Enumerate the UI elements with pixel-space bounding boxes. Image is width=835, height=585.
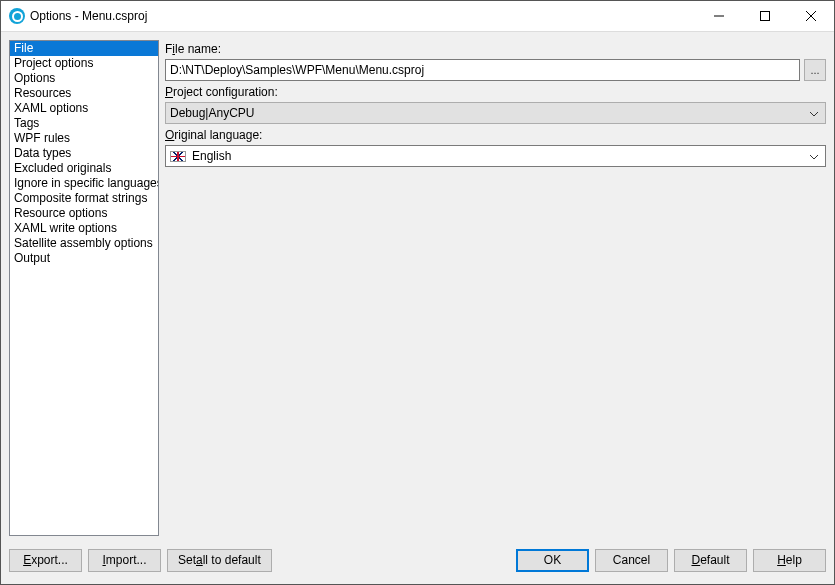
- original-language-label: Original language:: [165, 128, 826, 142]
- content-area: FileProject optionsOptionsResourcesXAML …: [1, 32, 834, 544]
- settings-panel: File name: ... Project configuration: De…: [165, 40, 826, 536]
- sidebar-item-ignore-in-specific-languages[interactable]: Ignore in specific languages: [10, 176, 158, 191]
- project-config-value: Debug|AnyCPU: [170, 106, 807, 120]
- sidebar-item-excluded-originals[interactable]: Excluded originals: [10, 161, 158, 176]
- file-name-input[interactable]: [165, 59, 800, 81]
- chevron-down-icon: [807, 106, 821, 120]
- sidebar-item-resources[interactable]: Resources: [10, 86, 158, 101]
- category-sidebar[interactable]: FileProject optionsOptionsResourcesXAML …: [9, 40, 159, 536]
- help-button[interactable]: Help: [753, 549, 826, 572]
- minimize-button[interactable]: [696, 1, 742, 31]
- sidebar-item-output[interactable]: Output: [10, 251, 158, 266]
- window-title: Options - Menu.csproj: [30, 9, 147, 23]
- export-button[interactable]: Export...: [9, 549, 82, 572]
- import-button[interactable]: Import...: [88, 549, 161, 572]
- uk-flag-icon: [170, 151, 186, 162]
- sidebar-item-xaml-write-options[interactable]: XAML write options: [10, 221, 158, 236]
- sidebar-item-xaml-options[interactable]: XAML options: [10, 101, 158, 116]
- sidebar-item-options[interactable]: Options: [10, 71, 158, 86]
- chevron-down-icon: [807, 149, 821, 163]
- sidebar-item-data-types[interactable]: Data types: [10, 146, 158, 161]
- sidebar-item-tags[interactable]: Tags: [10, 116, 158, 131]
- cancel-button[interactable]: Cancel: [595, 549, 668, 572]
- maximize-button[interactable]: [742, 1, 788, 31]
- sidebar-item-wpf-rules[interactable]: WPF rules: [10, 131, 158, 146]
- browse-button[interactable]: ...: [804, 59, 826, 81]
- set-all-default-button[interactable]: Set all to default: [167, 549, 272, 572]
- sidebar-item-resource-options[interactable]: Resource options: [10, 206, 158, 221]
- project-config-label: Project configuration:: [165, 85, 826, 99]
- sidebar-item-project-options[interactable]: Project options: [10, 56, 158, 71]
- svg-rect-1: [761, 12, 770, 21]
- original-language-value: English: [192, 149, 807, 163]
- original-language-combo[interactable]: English: [165, 145, 826, 167]
- file-name-label: File name:: [165, 42, 826, 56]
- button-bar: Export... Import... Set all to default O…: [1, 544, 834, 584]
- app-icon: [9, 8, 25, 24]
- sidebar-item-satellite-assembly-options[interactable]: Satellite assembly options: [10, 236, 158, 251]
- project-config-combo[interactable]: Debug|AnyCPU: [165, 102, 826, 124]
- sidebar-item-composite-format-strings[interactable]: Composite format strings: [10, 191, 158, 206]
- ok-button[interactable]: OK: [516, 549, 589, 572]
- close-button[interactable]: [788, 1, 834, 31]
- sidebar-item-file[interactable]: File: [10, 41, 158, 56]
- title-bar: Options - Menu.csproj: [1, 1, 834, 32]
- default-button[interactable]: Default: [674, 549, 747, 572]
